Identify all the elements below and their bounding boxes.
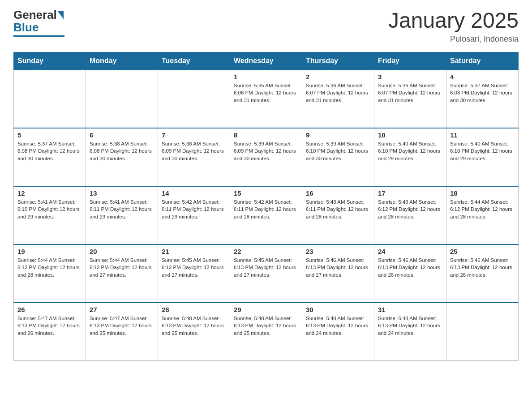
day-info: Sunrise: 5:47 AM Sunset: 6:13 PM Dayligh… [90,315,154,337]
calendar-cell [158,70,230,128]
calendar-cell [446,303,519,361]
calendar-cell: 27Sunrise: 5:47 AM Sunset: 6:13 PM Dayli… [86,303,158,361]
day-number: 8 [234,131,298,139]
day-number: 12 [17,189,82,197]
calendar-cell: 13Sunrise: 5:41 AM Sunset: 6:11 PM Dayli… [86,186,158,244]
day-number: 3 [378,73,442,81]
calendar-cell: 26Sunrise: 5:47 AM Sunset: 6:13 PM Dayli… [14,303,86,361]
calendar-header-row: SundayMondayTuesdayWednesdayThursdayFrid… [14,52,519,70]
day-number: 1 [234,73,298,81]
day-info: Sunrise: 5:39 AM Sunset: 6:09 PM Dayligh… [234,140,298,163]
calendar-cell [86,70,158,128]
calendar-cell: 11Sunrise: 5:40 AM Sunset: 6:10 PM Dayli… [446,128,519,186]
calendar-header-tuesday: Tuesday [158,52,230,70]
day-number: 29 [234,306,298,313]
day-number: 17 [378,189,442,197]
day-info: Sunrise: 5:48 AM Sunset: 6:13 PM Dayligh… [162,315,226,337]
day-info: Sunrise: 5:42 AM Sunset: 6:11 PM Dayligh… [162,198,226,221]
calendar-cell: 10Sunrise: 5:40 AM Sunset: 6:10 PM Dayli… [374,128,446,186]
calendar-cell: 2Sunrise: 5:36 AM Sunset: 6:07 PM Daylig… [302,70,374,128]
day-info: Sunrise: 5:38 AM Sunset: 6:09 PM Dayligh… [162,140,226,163]
calendar-cell: 17Sunrise: 5:43 AM Sunset: 6:12 PM Dayli… [374,186,446,244]
logo: General Blue [13,9,64,37]
day-info: Sunrise: 5:44 AM Sunset: 6:12 PM Dayligh… [450,198,515,221]
calendar-cell: 21Sunrise: 5:45 AM Sunset: 6:12 PM Dayli… [158,244,230,303]
day-number: 5 [17,131,82,139]
calendar-cell: 23Sunrise: 5:46 AM Sunset: 6:13 PM Dayli… [302,244,374,303]
logo-underline [13,35,64,37]
day-number: 31 [378,306,442,313]
day-info: Sunrise: 5:48 AM Sunset: 6:13 PM Dayligh… [234,315,298,337]
day-info: Sunrise: 5:36 AM Sunset: 6:07 PM Dayligh… [378,82,442,104]
calendar-cell: 7Sunrise: 5:38 AM Sunset: 6:09 PM Daylig… [158,128,230,186]
calendar-week-row: 5Sunrise: 5:37 AM Sunset: 6:08 PM Daylig… [14,128,519,186]
location: Pulosari, Indonesia [388,34,519,44]
day-info: Sunrise: 5:43 AM Sunset: 6:12 PM Dayligh… [378,198,442,221]
logo-general-text: General [13,9,57,21]
calendar-cell [14,70,86,128]
day-info: Sunrise: 5:37 AM Sunset: 6:08 PM Dayligh… [17,140,82,163]
calendar-week-row: 1Sunrise: 5:35 AM Sunset: 6:06 PM Daylig… [14,70,519,128]
day-number: 23 [306,248,370,255]
calendar-header-wednesday: Wednesday [230,52,302,70]
day-number: 15 [234,189,298,197]
calendar-table: SundayMondayTuesdayWednesdayThursdayFrid… [13,52,519,361]
day-info: Sunrise: 5:40 AM Sunset: 6:10 PM Dayligh… [378,140,442,163]
calendar-cell: 3Sunrise: 5:36 AM Sunset: 6:07 PM Daylig… [374,70,446,128]
day-number: 25 [450,248,515,255]
calendar-cell: 9Sunrise: 5:39 AM Sunset: 6:10 PM Daylig… [302,128,374,186]
day-info: Sunrise: 5:38 AM Sunset: 6:08 PM Dayligh… [90,140,154,163]
day-info: Sunrise: 5:45 AM Sunset: 6:12 PM Dayligh… [162,257,226,279]
day-number: 16 [306,189,370,197]
calendar-cell: 18Sunrise: 5:44 AM Sunset: 6:12 PM Dayli… [446,186,519,244]
calendar-cell: 1Sunrise: 5:35 AM Sunset: 6:06 PM Daylig… [230,70,302,128]
calendar-cell: 29Sunrise: 5:48 AM Sunset: 6:13 PM Dayli… [230,303,302,361]
day-info: Sunrise: 5:48 AM Sunset: 6:13 PM Dayligh… [306,315,370,337]
day-number: 14 [162,189,226,197]
day-number: 30 [306,306,370,313]
day-number: 7 [162,131,226,139]
day-number: 13 [90,189,154,197]
day-number: 9 [306,131,370,139]
calendar-cell: 28Sunrise: 5:48 AM Sunset: 6:13 PM Dayli… [158,303,230,361]
calendar-cell: 8Sunrise: 5:39 AM Sunset: 6:09 PM Daylig… [230,128,302,186]
calendar-cell: 4Sunrise: 5:37 AM Sunset: 6:08 PM Daylig… [446,70,519,128]
day-number: 11 [450,131,515,139]
day-info: Sunrise: 5:41 AM Sunset: 6:11 PM Dayligh… [90,198,154,221]
logo-blue-text: Blue [13,21,39,34]
day-number: 28 [162,306,226,313]
day-number: 22 [234,248,298,255]
calendar-header-friday: Friday [374,52,446,70]
day-info: Sunrise: 5:44 AM Sunset: 6:12 PM Dayligh… [90,257,154,279]
day-number: 27 [90,306,154,313]
calendar-cell: 31Sunrise: 5:48 AM Sunset: 6:13 PM Dayli… [374,303,446,361]
day-info: Sunrise: 5:41 AM Sunset: 6:10 PM Dayligh… [17,198,82,221]
day-info: Sunrise: 5:36 AM Sunset: 6:07 PM Dayligh… [306,82,370,104]
day-info: Sunrise: 5:46 AM Sunset: 6:13 PM Dayligh… [450,257,515,279]
day-info: Sunrise: 5:46 AM Sunset: 6:13 PM Dayligh… [378,257,442,279]
day-info: Sunrise: 5:39 AM Sunset: 6:10 PM Dayligh… [306,140,370,163]
calendar-cell: 22Sunrise: 5:45 AM Sunset: 6:13 PM Dayli… [230,244,302,303]
calendar-cell: 24Sunrise: 5:46 AM Sunset: 6:13 PM Dayli… [374,244,446,303]
day-info: Sunrise: 5:47 AM Sunset: 6:13 PM Dayligh… [17,315,82,337]
calendar-header-monday: Monday [86,52,158,70]
calendar-week-row: 12Sunrise: 5:41 AM Sunset: 6:10 PM Dayli… [14,186,519,244]
day-info: Sunrise: 5:37 AM Sunset: 6:08 PM Dayligh… [450,82,515,104]
calendar-week-row: 19Sunrise: 5:44 AM Sunset: 6:12 PM Dayli… [14,244,519,303]
calendar-week-row: 26Sunrise: 5:47 AM Sunset: 6:13 PM Dayli… [14,303,519,361]
day-number: 21 [162,248,226,255]
calendar-cell: 14Sunrise: 5:42 AM Sunset: 6:11 PM Dayli… [158,186,230,244]
day-number: 10 [378,131,442,139]
day-number: 2 [306,73,370,81]
calendar-cell: 20Sunrise: 5:44 AM Sunset: 6:12 PM Dayli… [86,244,158,303]
day-info: Sunrise: 5:43 AM Sunset: 6:11 PM Dayligh… [306,198,370,221]
day-info: Sunrise: 5:42 AM Sunset: 6:11 PM Dayligh… [234,198,298,221]
day-number: 6 [90,131,154,139]
day-number: 24 [378,248,442,255]
day-info: Sunrise: 5:48 AM Sunset: 6:13 PM Dayligh… [378,315,442,337]
day-number: 20 [90,248,154,255]
day-info: Sunrise: 5:46 AM Sunset: 6:13 PM Dayligh… [306,257,370,279]
day-number: 18 [450,189,515,197]
calendar-cell: 12Sunrise: 5:41 AM Sunset: 6:10 PM Dayli… [14,186,86,244]
calendar-cell: 19Sunrise: 5:44 AM Sunset: 6:12 PM Dayli… [14,244,86,303]
